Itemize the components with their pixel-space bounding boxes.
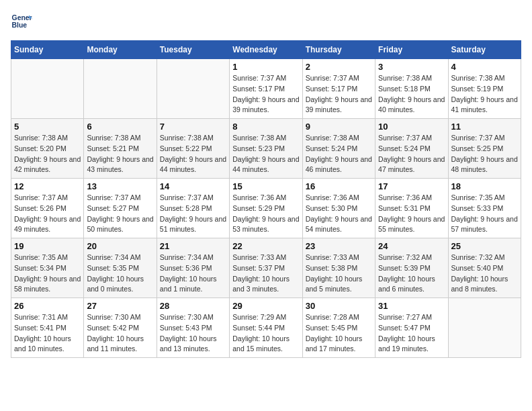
day-number: 7 <box>160 122 226 132</box>
calendar-cell: 23Sunrise: 7:33 AMSunset: 5:38 PMDayligh… <box>302 238 375 298</box>
calendar-cell: 30Sunrise: 7:28 AMSunset: 5:45 PMDayligh… <box>302 298 375 358</box>
day-info: Sunrise: 7:30 AMSunset: 5:42 PMDaylight:… <box>87 312 153 355</box>
week-row-5: 26Sunrise: 7:31 AMSunset: 5:41 PMDayligh… <box>11 298 521 358</box>
day-info: Sunrise: 7:35 AMSunset: 5:33 PMDaylight:… <box>451 193 518 235</box>
day-info: Sunrise: 7:37 AMSunset: 5:27 PMDaylight:… <box>87 193 153 235</box>
day-number: 16 <box>306 181 372 191</box>
day-number: 27 <box>87 301 153 311</box>
day-number: 14 <box>160 181 226 191</box>
day-info: Sunrise: 7:34 AMSunset: 5:35 PMDaylight:… <box>87 253 153 295</box>
day-info: Sunrise: 7:37 AMSunset: 5:24 PMDaylight:… <box>378 133 445 175</box>
calendar-cell: 10Sunrise: 7:37 AMSunset: 5:24 PMDayligh… <box>375 119 448 179</box>
day-number: 11 <box>451 122 518 132</box>
day-number: 15 <box>232 181 299 191</box>
day-info: Sunrise: 7:38 AMSunset: 5:19 PMDaylight:… <box>451 73 518 116</box>
weekday-header-friday: Friday <box>375 41 448 59</box>
calendar-cell: 19Sunrise: 7:35 AMSunset: 5:34 PMDayligh… <box>11 238 84 298</box>
calendar-cell: 29Sunrise: 7:29 AMSunset: 5:44 PMDayligh… <box>230 298 302 358</box>
calendar-cell <box>448 298 521 358</box>
weekday-header-monday: Monday <box>84 41 157 59</box>
weekday-header-wednesday: Wednesday <box>230 41 302 59</box>
week-row-4: 19Sunrise: 7:35 AMSunset: 5:34 PMDayligh… <box>11 238 521 298</box>
day-info: Sunrise: 7:36 AMSunset: 5:31 PMDaylight:… <box>378 193 445 235</box>
day-number: 12 <box>14 181 81 191</box>
day-info: Sunrise: 7:36 AMSunset: 5:30 PMDaylight:… <box>306 193 372 235</box>
svg-text:Blue: Blue <box>12 21 28 29</box>
day-info: Sunrise: 7:37 AMSunset: 5:17 PMDaylight:… <box>232 73 299 116</box>
day-info: Sunrise: 7:38 AMSunset: 5:24 PMDaylight:… <box>306 133 372 175</box>
calendar-cell: 7Sunrise: 7:38 AMSunset: 5:22 PMDaylight… <box>157 119 229 179</box>
day-info: Sunrise: 7:38 AMSunset: 5:21 PMDaylight:… <box>87 133 153 175</box>
calendar-cell: 2Sunrise: 7:37 AMSunset: 5:17 PMDaylight… <box>302 59 375 119</box>
day-number: 9 <box>306 122 372 132</box>
day-info: Sunrise: 7:34 AMSunset: 5:36 PMDaylight:… <box>160 253 226 295</box>
page-header: General Blue <box>11 11 521 32</box>
calendar-cell: 11Sunrise: 7:37 AMSunset: 5:25 PMDayligh… <box>448 119 521 179</box>
weekday-header-thursday: Thursday <box>302 41 375 59</box>
day-number: 29 <box>232 301 299 311</box>
day-number: 23 <box>306 241 372 251</box>
calendar-cell: 21Sunrise: 7:34 AMSunset: 5:36 PMDayligh… <box>157 238 229 298</box>
calendar-cell: 3Sunrise: 7:38 AMSunset: 5:18 PMDaylight… <box>375 59 448 119</box>
day-number: 17 <box>378 181 445 191</box>
day-info: Sunrise: 7:37 AMSunset: 5:25 PMDaylight:… <box>451 133 518 175</box>
day-info: Sunrise: 7:38 AMSunset: 5:20 PMDaylight:… <box>14 133 81 175</box>
day-info: Sunrise: 7:32 AMSunset: 5:39 PMDaylight:… <box>378 253 445 295</box>
day-info: Sunrise: 7:38 AMSunset: 5:23 PMDaylight:… <box>232 133 299 175</box>
day-info: Sunrise: 7:35 AMSunset: 5:34 PMDaylight:… <box>14 253 81 295</box>
calendar-cell <box>11 59 84 119</box>
day-info: Sunrise: 7:38 AMSunset: 5:18 PMDaylight:… <box>378 73 445 116</box>
calendar-cell <box>84 59 157 119</box>
weekday-header-sunday: Sunday <box>11 41 84 59</box>
day-number: 2 <box>306 62 372 72</box>
week-row-3: 12Sunrise: 7:37 AMSunset: 5:26 PMDayligh… <box>11 179 521 238</box>
day-number: 19 <box>14 241 81 251</box>
day-number: 20 <box>87 241 153 251</box>
day-number: 4 <box>451 62 518 72</box>
calendar-cell: 28Sunrise: 7:30 AMSunset: 5:43 PMDayligh… <box>157 298 229 358</box>
day-info: Sunrise: 7:37 AMSunset: 5:28 PMDaylight:… <box>160 193 226 235</box>
weekday-header-saturday: Saturday <box>448 41 521 59</box>
day-number: 6 <box>87 122 153 132</box>
day-info: Sunrise: 7:37 AMSunset: 5:26 PMDaylight:… <box>14 193 81 235</box>
calendar-cell: 14Sunrise: 7:37 AMSunset: 5:28 PMDayligh… <box>157 179 229 238</box>
calendar-cell: 6Sunrise: 7:38 AMSunset: 5:21 PMDaylight… <box>84 119 157 179</box>
day-info: Sunrise: 7:32 AMSunset: 5:40 PMDaylight:… <box>451 253 518 295</box>
day-number: 1 <box>232 62 299 72</box>
day-info: Sunrise: 7:31 AMSunset: 5:41 PMDaylight:… <box>14 312 81 355</box>
day-number: 31 <box>378 301 445 311</box>
day-number: 24 <box>378 241 445 251</box>
calendar-cell: 4Sunrise: 7:38 AMSunset: 5:19 PMDaylight… <box>448 59 521 119</box>
day-number: 22 <box>232 241 299 251</box>
day-info: Sunrise: 7:29 AMSunset: 5:44 PMDaylight:… <box>232 312 299 355</box>
calendar-cell: 5Sunrise: 7:38 AMSunset: 5:20 PMDaylight… <box>11 119 84 179</box>
calendar-cell: 24Sunrise: 7:32 AMSunset: 5:39 PMDayligh… <box>375 238 448 298</box>
calendar-cell: 9Sunrise: 7:38 AMSunset: 5:24 PMDaylight… <box>302 119 375 179</box>
day-number: 5 <box>14 122 81 132</box>
day-number: 28 <box>160 301 226 311</box>
calendar-cell: 17Sunrise: 7:36 AMSunset: 5:31 PMDayligh… <box>375 179 448 238</box>
calendar-cell: 20Sunrise: 7:34 AMSunset: 5:35 PMDayligh… <box>84 238 157 298</box>
day-number: 25 <box>451 241 518 251</box>
day-number: 3 <box>378 62 445 72</box>
calendar-cell: 26Sunrise: 7:31 AMSunset: 5:41 PMDayligh… <box>11 298 84 358</box>
weekday-header-row: SundayMondayTuesdayWednesdayThursdayFrid… <box>11 41 521 59</box>
calendar-cell: 8Sunrise: 7:38 AMSunset: 5:23 PMDaylight… <box>230 119 302 179</box>
logo-icon: General Blue <box>11 11 32 32</box>
calendar-table: SundayMondayTuesdayWednesdayThursdayFrid… <box>11 40 521 358</box>
calendar-cell: 18Sunrise: 7:35 AMSunset: 5:33 PMDayligh… <box>448 179 521 238</box>
day-info: Sunrise: 7:28 AMSunset: 5:45 PMDaylight:… <box>306 312 372 355</box>
day-number: 18 <box>451 181 518 191</box>
day-info: Sunrise: 7:36 AMSunset: 5:29 PMDaylight:… <box>232 193 299 235</box>
day-number: 21 <box>160 241 226 251</box>
day-info: Sunrise: 7:37 AMSunset: 5:17 PMDaylight:… <box>306 73 372 116</box>
calendar-cell: 22Sunrise: 7:33 AMSunset: 5:37 PMDayligh… <box>230 238 302 298</box>
week-row-1: 1Sunrise: 7:37 AMSunset: 5:17 PMDaylight… <box>11 59 521 119</box>
day-number: 10 <box>378 122 445 132</box>
calendar-cell: 1Sunrise: 7:37 AMSunset: 5:17 PMDaylight… <box>230 59 302 119</box>
logo: General Blue <box>11 11 35 32</box>
day-number: 26 <box>14 301 81 311</box>
day-number: 8 <box>232 122 299 132</box>
calendar-cell <box>157 59 229 119</box>
calendar-cell: 25Sunrise: 7:32 AMSunset: 5:40 PMDayligh… <box>448 238 521 298</box>
